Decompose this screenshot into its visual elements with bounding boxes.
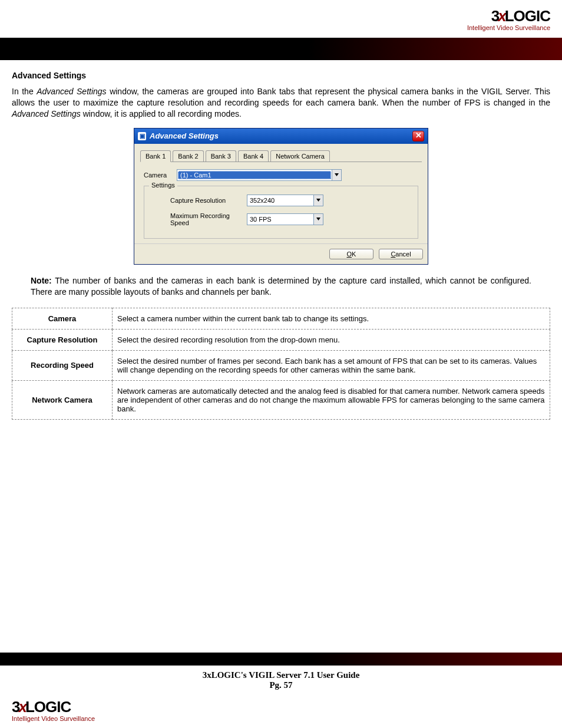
dialog-titlebar: ▣ Advanced Settings ✕ xyxy=(134,129,428,144)
intro-text-1: In the xyxy=(12,87,37,96)
def-term: Camera xyxy=(12,308,113,329)
camera-value: (1) - Cam1 xyxy=(178,171,331,179)
footer-text: 3xLOGIC's VIGIL Server 7.1 User Guide Pg… xyxy=(0,670,562,690)
table-row: Network Camera Network cameras are autom… xyxy=(12,380,550,419)
dialog-app-icon: ▣ xyxy=(138,132,146,140)
footer-page: Pg. 57 xyxy=(0,680,562,690)
top-logo: 3xLOGIC Intelligent Video Surveillance xyxy=(467,7,550,31)
tab-bank-3[interactable]: Bank 3 xyxy=(206,150,236,162)
footer-band xyxy=(0,653,562,666)
def-desc: Select a camera number within the curren… xyxy=(113,308,550,329)
definitions-table: Camera Select a camera number within the… xyxy=(12,308,550,420)
note-block: Note: The number of banks and the camera… xyxy=(31,275,531,298)
def-term: Network Camera xyxy=(12,380,113,419)
camera-label: Camera xyxy=(144,172,177,179)
settings-fieldset: Settings Capture Resolution 352x240 Maxi… xyxy=(144,186,418,239)
table-row: Recording Speed Select the desired numbe… xyxy=(12,350,550,380)
dialog-button-row: OK Cancel xyxy=(134,243,428,264)
main-content: Advanced Settings In the Advanced Settin… xyxy=(12,71,550,420)
capture-resolution-dropdown[interactable]: 352x240 xyxy=(247,195,323,206)
tab-network-camera[interactable]: Network Camera xyxy=(270,150,330,162)
def-term: Recording Speed xyxy=(12,350,113,380)
dropdown-arrow-icon xyxy=(313,195,323,206)
section-title: Advanced Settings xyxy=(12,71,550,80)
def-term: Capture Resolution xyxy=(12,329,113,350)
header-band xyxy=(0,38,562,60)
dialog-title: Advanced Settings xyxy=(150,131,219,140)
dropdown-arrow-icon xyxy=(332,170,341,180)
ok-button[interactable]: OK xyxy=(329,249,373,259)
table-row: Capture Resolution Select the desired re… xyxy=(12,329,550,350)
cancel-button[interactable]: Cancel xyxy=(379,249,423,259)
dialog-tab-row: Bank 1 Bank 2 Bank 3 Bank 4 Network Came… xyxy=(140,150,422,162)
capture-resolution-value: 352x240 xyxy=(247,197,313,204)
close-icon: ✕ xyxy=(415,131,422,140)
recording-speed-value: 30 FPS xyxy=(247,216,313,223)
def-desc: Network cameras are automatically detect… xyxy=(113,380,550,419)
bottom-logo: 3xLOGIC Intelligent Video Surveillance xyxy=(12,698,95,722)
dropdown-arrow-icon xyxy=(313,214,323,225)
table-row: Camera Select a camera number within the… xyxy=(12,308,550,329)
def-desc: Select the desired number of frames per … xyxy=(113,350,550,380)
dialog-close-button[interactable]: ✕ xyxy=(412,131,424,141)
advanced-settings-dialog: ▣ Advanced Settings ✕ Bank 1 Bank 2 Bank… xyxy=(134,128,428,265)
fieldset-legend: Settings xyxy=(149,182,177,189)
intro-text-3: window, it is applied to all recording m… xyxy=(81,109,242,118)
intro-italic-2: Advanced Settings xyxy=(12,109,81,118)
def-desc: Select the desired recording resolution … xyxy=(113,329,550,350)
tab-bank-4[interactable]: Bank 4 xyxy=(238,150,269,162)
logo-tagline: Intelligent Video Surveillance xyxy=(12,715,95,722)
tab-bank-1[interactable]: Bank 1 xyxy=(140,150,171,162)
camera-dropdown[interactable]: (1) - Cam1 xyxy=(177,169,342,181)
logo-suffix: LOGIC xyxy=(505,7,550,25)
intro-italic-1: Advanced Settings xyxy=(37,87,106,96)
logo-suffix: LOGIC xyxy=(25,698,71,716)
footer-guide: 3xLOGIC's VIGIL Server 7.1 User Guide xyxy=(0,670,562,680)
note-label: Note: xyxy=(31,276,52,285)
intro-paragraph: In the Advanced Settings window, the cam… xyxy=(12,86,550,120)
note-text: The number of banks and the cameras in e… xyxy=(31,276,531,297)
recording-speed-label: Maximum Recording Speed xyxy=(153,212,247,226)
recording-speed-dropdown[interactable]: 30 FPS xyxy=(247,213,323,225)
capture-resolution-label: Capture Resolution xyxy=(153,197,247,204)
logo-tagline: Intelligent Video Surveillance xyxy=(467,24,550,31)
tab-bank-2[interactable]: Bank 2 xyxy=(173,150,203,162)
